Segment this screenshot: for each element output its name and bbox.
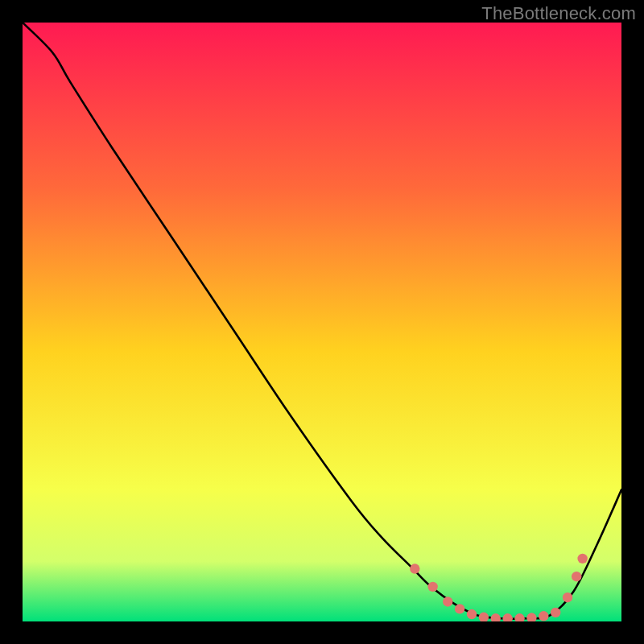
highlight-dot <box>410 564 419 573</box>
gradient-background <box>23 23 621 621</box>
highlight-dot <box>443 597 452 606</box>
highlight-dot <box>563 592 572 602</box>
chart-frame: TheBottleneck.com <box>0 0 644 644</box>
highlight-dot <box>539 611 548 621</box>
bottleneck-chart <box>23 23 621 621</box>
watermark-text: TheBottleneck.com <box>481 3 636 24</box>
highlight-dot <box>572 572 581 581</box>
plot-area <box>23 23 621 621</box>
highlight-dot <box>467 609 477 619</box>
highlight-dot <box>577 554 587 564</box>
highlight-dot <box>427 582 437 592</box>
highlight-dot <box>455 604 464 613</box>
highlight-dot <box>551 608 560 617</box>
